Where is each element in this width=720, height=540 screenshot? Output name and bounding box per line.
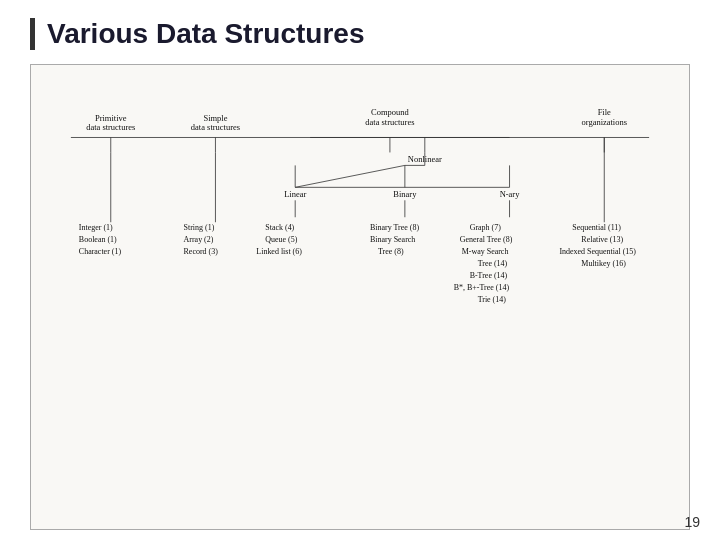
svg-text:Binary Tree (8): Binary Tree (8) xyxy=(370,223,419,232)
svg-text:Graph (7): Graph (7) xyxy=(470,223,502,232)
svg-text:Simple: Simple xyxy=(203,113,227,123)
svg-text:Linear: Linear xyxy=(284,189,306,199)
slide-container: Various Data Structures text { font-fami… xyxy=(0,0,720,540)
svg-text:Integer (1): Integer (1) xyxy=(79,223,113,232)
svg-text:Record (3): Record (3) xyxy=(184,247,219,256)
svg-text:General Tree (8): General Tree (8) xyxy=(460,235,513,244)
svg-text:data structures: data structures xyxy=(191,123,240,133)
svg-text:data structures: data structures xyxy=(365,117,414,127)
svg-text:Sequential (11): Sequential (11) xyxy=(572,223,621,232)
svg-text:B*, B+-Tree (14): B*, B+-Tree (14) xyxy=(454,283,510,292)
svg-text:String (1): String (1) xyxy=(184,223,215,232)
svg-text:Linked list (6): Linked list (6) xyxy=(256,247,302,256)
svg-text:Primitive: Primitive xyxy=(95,113,127,123)
svg-text:Queue (5): Queue (5) xyxy=(265,235,297,244)
svg-text:Trie (14): Trie (14) xyxy=(478,295,507,304)
diagram-svg: text { font-family: 'Times New Roman', s… xyxy=(31,65,689,529)
svg-text:Binary Search: Binary Search xyxy=(370,235,415,244)
svg-text:Stack (4): Stack (4) xyxy=(265,223,294,232)
diagram-box: text { font-family: 'Times New Roman', s… xyxy=(30,64,690,530)
svg-text:Tree (8): Tree (8) xyxy=(378,247,404,256)
svg-text:Tree (14): Tree (14) xyxy=(478,259,508,268)
svg-text:Indexed Sequential (15): Indexed Sequential (15) xyxy=(559,247,636,256)
title-area: Various Data Structures xyxy=(30,18,690,50)
svg-text:Array (2): Array (2) xyxy=(184,235,214,244)
svg-text:Binary: Binary xyxy=(393,189,417,199)
svg-text:M-way Search: M-way Search xyxy=(462,247,509,256)
svg-line-22 xyxy=(295,165,405,187)
svg-text:Multikey (16): Multikey (16) xyxy=(581,259,626,268)
svg-text:data structures: data structures xyxy=(86,123,135,133)
svg-text:B-Tree (14): B-Tree (14) xyxy=(470,271,508,280)
svg-text:File: File xyxy=(598,107,611,117)
svg-text:Relative (13): Relative (13) xyxy=(581,235,623,244)
slide-title: Various Data Structures xyxy=(47,18,690,50)
svg-text:Compound: Compound xyxy=(371,107,409,117)
svg-text:Character (1): Character (1) xyxy=(79,247,122,256)
svg-text:Boolean (1): Boolean (1) xyxy=(79,235,117,244)
page-number: 19 xyxy=(684,514,700,530)
svg-text:organizations: organizations xyxy=(582,117,627,127)
svg-text:N-ary: N-ary xyxy=(500,189,521,199)
